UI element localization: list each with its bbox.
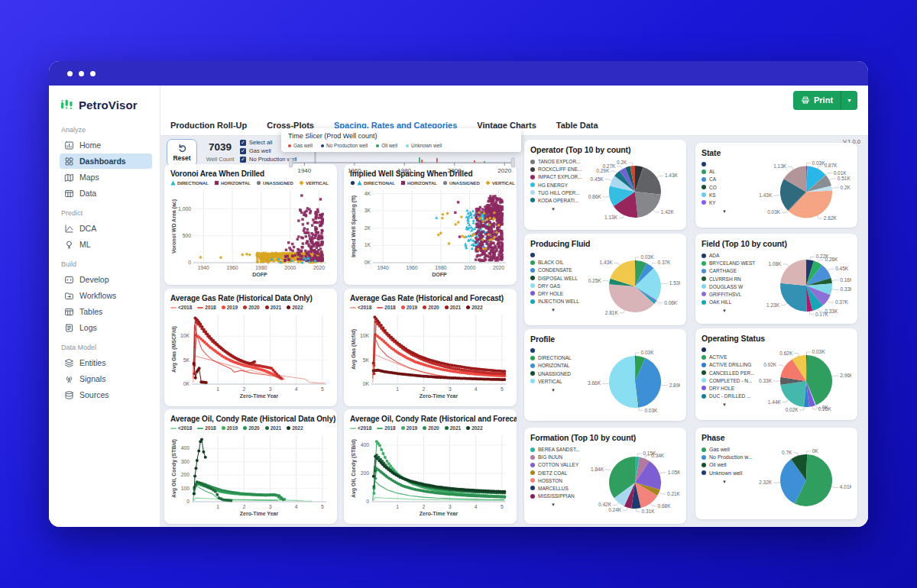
tab-table-data[interactable]: Table Data bbox=[556, 121, 598, 135]
legend-item-dry-hole[interactable]: DRY HOLE bbox=[530, 291, 587, 296]
sidebar-item-sources[interactable]: Sources bbox=[60, 387, 152, 402]
legend-item-cotton-valley[interactable]: COTTON VALLEY bbox=[530, 462, 587, 467]
legend-item-blank[interactable] bbox=[530, 348, 587, 353]
legend-item-ada[interactable]: ADA bbox=[702, 253, 758, 258]
operator-pie[interactable]: 1.43K1.42K1.13K0.86K0.45K0.29K0.27K0.2K bbox=[587, 156, 680, 225]
legend-item-big-injun[interactable]: BIG INJUN bbox=[530, 454, 587, 460]
sidebar-item-signals[interactable]: Signals bbox=[60, 371, 152, 386]
legend-item-2021[interactable]: 2021 bbox=[445, 425, 461, 431]
legend-item-horizontal[interactable]: HORIZONTAL bbox=[400, 180, 437, 186]
legend-item-oil-well[interactable]: Oil well bbox=[702, 462, 758, 467]
legend-item-2022[interactable]: 2022 bbox=[466, 425, 482, 431]
legend-item-marcellus[interactable]: MARCELLUS bbox=[530, 486, 587, 491]
sidebar-item-maps[interactable]: Maps bbox=[60, 170, 152, 185]
oil_fc-plot[interactable]: 123450200400Zero-Time YearAvg Oil, Condy… bbox=[350, 431, 510, 517]
legend-item-directional[interactable]: DIRECTIONAL bbox=[170, 180, 209, 186]
legend-item-blank[interactable] bbox=[702, 162, 758, 166]
legend-item-dry-gas[interactable]: DRY GAS bbox=[530, 283, 587, 289]
legend-item-2018[interactable]: 2018 bbox=[377, 305, 395, 310]
legend-expander-icon chevron-down-icon[interactable]: ▼ bbox=[530, 388, 576, 393]
time-slicer-axis[interactable]: 19401960198020002020 bbox=[289, 153, 515, 177]
legend-expander-icon chevron-down-icon[interactable]: ▼ bbox=[702, 480, 747, 484]
legend-item-ks[interactable]: KS bbox=[702, 192, 758, 198]
legend-item-2022[interactable]: 2022 bbox=[287, 305, 303, 310]
legend-item-2021[interactable]: 2021 bbox=[265, 305, 281, 310]
legend-item-2020[interactable]: 2020 bbox=[243, 425, 259, 431]
legend-item-berea-sandst[interactable]: BEREA SANDST... bbox=[530, 447, 587, 452]
legend-item-active-drilling[interactable]: ACTIVE DRILLING bbox=[702, 362, 758, 367]
legend-item-2022[interactable]: 2022 bbox=[287, 425, 303, 431]
sidebar-item-ml[interactable]: ML bbox=[60, 237, 152, 252]
legend-item-blank[interactable] bbox=[702, 347, 758, 352]
legend-item-2018[interactable]: <2018 bbox=[350, 305, 371, 310]
phase-pie[interactable]: 0K4.01K2.32K0.7K bbox=[758, 444, 851, 514]
legend-item-completed-n[interactable]: COMPLETED - N... bbox=[702, 378, 758, 383]
legend-item-2020[interactable]: 2020 bbox=[423, 425, 439, 431]
window-titlebar[interactable] bbox=[49, 61, 868, 86]
legend-expander-icon chevron-down-icon[interactable]: ▼ bbox=[530, 207, 576, 212]
legend-item-horizontal[interactable]: HORIZONTAL bbox=[214, 180, 251, 186]
legend-item-2018[interactable]: 2018 bbox=[377, 425, 395, 431]
legend-item-duc-drilled[interactable]: DUC - DRILLED ... bbox=[702, 393, 758, 399]
legend-item-2020[interactable]: 2020 bbox=[423, 305, 439, 310]
print-dropdown[interactable]: ▼ bbox=[841, 91, 857, 110]
legend-item-cancelled-per[interactable]: CANCELLED PER... bbox=[702, 370, 758, 376]
legend-item-ca[interactable]: CA bbox=[702, 176, 758, 182]
legend-item-2018[interactable]: <2018 bbox=[170, 425, 192, 431]
op_status-pie[interactable]: 0.03K2.96K0K0.26K0.02K1.44K0.33K0.92K0.6… bbox=[758, 344, 851, 415]
legend-item-rockcliff-ene[interactable]: ROCKCLIFF ENE... bbox=[530, 166, 587, 172]
legend-item-2021[interactable]: 2021 bbox=[445, 305, 461, 310]
legend-item-condensate[interactable]: CONDENSATE bbox=[530, 267, 587, 273]
legend-item-2018[interactable]: <2018 bbox=[350, 425, 371, 431]
oil_hist-plot[interactable]: 123450100200300400Zero-Time YearAvg Oil,… bbox=[170, 431, 331, 517]
legend-item-carthage[interactable]: CARTHAGE bbox=[702, 268, 758, 273]
legend-item-vertical[interactable]: VERTICAL bbox=[485, 180, 515, 186]
formation-pie[interactable]: 0.15K0.34K1.05K0.21K0.68K0.31K0.24K0.42K… bbox=[587, 444, 680, 519]
legend-item-koda-operati[interactable]: KODA OPERATI... bbox=[530, 198, 587, 203]
legend-item-injection-well[interactable]: INJECTION WELL bbox=[530, 299, 587, 304]
sidebar-item-logs[interactable]: Logs bbox=[60, 320, 152, 335]
sidebar-item-develop[interactable]: Develop bbox=[60, 272, 152, 287]
legend-item-douglass-w[interactable]: DOUGLASS W bbox=[702, 284, 758, 289]
legend-expander-icon chevron-down-icon[interactable]: ▼ bbox=[530, 308, 576, 312]
legend-item-bryceland-west[interactable]: BRYCELAND WEST bbox=[702, 260, 758, 266]
legend-item-active[interactable]: ACTIVE bbox=[702, 354, 758, 360]
legend-item-2019[interactable]: 2019 bbox=[401, 305, 417, 310]
legend-item-directional[interactable]: DIRECTIONAL bbox=[350, 180, 395, 186]
tab-production-roll-up[interactable]: Production Roll-Up bbox=[170, 121, 247, 135]
print-button[interactable]: Print ▼ bbox=[793, 91, 857, 110]
implied-plot[interactable]: 194019601980200020200K1K2K3K4KDOFPImplie… bbox=[350, 186, 510, 278]
legend-expander-icon chevron-down-icon[interactable]: ▼ bbox=[530, 502, 576, 507]
legend-item-al[interactable]: AL bbox=[702, 169, 758, 174]
profile-pie[interactable]: 0.03K2.89K0.03K3.66K bbox=[587, 345, 680, 415]
legend-item-dry-hole[interactable]: DRY HOLE bbox=[702, 386, 758, 391]
gas_fc-plot[interactable]: 123450K5K10KZero-Time YearAvg Gas (Mcf/d… bbox=[350, 311, 510, 399]
sidebar-item-workflows[interactable]: Workflows bbox=[60, 288, 152, 303]
sidebar-item-home[interactable]: Home bbox=[60, 137, 152, 153]
legend-item-unassigned[interactable]: UNASSIGNED bbox=[256, 180, 293, 186]
legend-item-tanos-explor[interactable]: TANOS EXPLOR... bbox=[530, 159, 587, 164]
legend-item-2020[interactable]: 2020 bbox=[243, 305, 259, 310]
legend-item-2018[interactable]: 2018 bbox=[197, 305, 215, 310]
legend-item-unassigned[interactable]: UNASSIGNED bbox=[442, 180, 480, 186]
legend-item-disposal-well[interactable]: DISPOSAL WELL bbox=[530, 276, 587, 281]
legend-item-impact-explor[interactable]: IMPACT EXPLOR... bbox=[530, 174, 587, 179]
legend-item-hg-energy[interactable]: HG ENERGY bbox=[530, 183, 587, 188]
sidebar-item-dca[interactable]: DCA bbox=[60, 221, 152, 236]
legend-item-dietz-coal[interactable]: DIETZ COAL bbox=[530, 470, 587, 476]
sidebar-item-data[interactable]: Data bbox=[60, 186, 152, 201]
field-pie[interactable]: 0.22K0.26K0.45K0.16K0.33K0.37K0.33K0.17K… bbox=[758, 250, 851, 318]
legend-item-vertical[interactable]: VERTICAL bbox=[530, 379, 587, 384]
legend-item-ky[interactable]: KY bbox=[702, 200, 758, 205]
fluid-pie[interactable]: 0.03K0.37K1.53K0.06K2.81K0.25K1.43K bbox=[587, 250, 680, 320]
reset-button[interactable]: Reset bbox=[167, 139, 197, 166]
legend-item-directional[interactable]: DIRECTIONAL bbox=[530, 355, 587, 360]
legend-item-clvrrsh-rn[interactable]: CLVRRSH RN bbox=[702, 276, 758, 282]
traffic-light-dot[interactable] bbox=[90, 71, 96, 76]
voronoi-plot[interactable]: 1940196019802000202005001,000DOFPVoronoi… bbox=[170, 186, 331, 278]
legend-item-2018[interactable]: <2018 bbox=[170, 305, 192, 310]
legend-item-tug-hill-oper[interactable]: TUG HILL OPER... bbox=[530, 190, 587, 195]
legend-item-2019[interactable]: 2019 bbox=[222, 425, 238, 431]
sidebar-item-dashboards[interactable]: Dashboards bbox=[60, 153, 152, 169]
legend-item-vertical[interactable]: VERTICAL bbox=[299, 180, 329, 186]
